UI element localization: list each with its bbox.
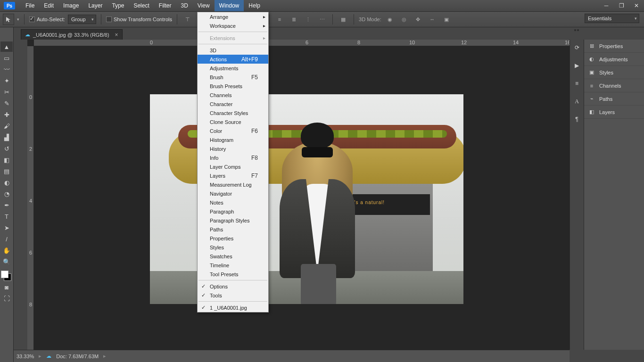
auto-align-icon[interactable]: ▦ — [338, 14, 349, 25]
3d-camera-icon[interactable]: ▣ — [441, 14, 452, 25]
dodge-tool[interactable]: ◔ — [0, 189, 13, 199]
panel-properties[interactable]: ⊞Properties — [584, 40, 644, 53]
3d-roll-icon[interactable]: ◎ — [398, 14, 410, 25]
menu-item-options[interactable]: Options — [198, 282, 268, 291]
marquee-tool[interactable]: ▭ — [0, 53, 13, 63]
distribute-3-icon[interactable]: ⋮ — [302, 14, 314, 25]
menu-item-character[interactable]: Character — [198, 99, 268, 108]
3d-slide-icon[interactable]: ↔ — [427, 14, 438, 25]
type-tool[interactable]: T — [0, 211, 13, 222]
character-panel-icon[interactable]: A — [572, 96, 582, 107]
menu-item-layer-comps[interactable]: Layer Comps — [198, 162, 268, 171]
status-arrow-icon[interactable]: ▸ — [103, 353, 106, 359]
maximize-button[interactable]: ❐ — [614, 0, 629, 11]
menu-item-timeline[interactable]: Timeline — [198, 261, 268, 270]
menu-item-measurement-log[interactable]: Measurement Log — [198, 180, 268, 189]
menu-3d[interactable]: 3D — [176, 0, 192, 11]
color-swatches[interactable] — [0, 271, 13, 282]
eraser-tool[interactable]: ◧ — [0, 155, 13, 165]
menu-item-clone-source[interactable]: Clone Source — [198, 117, 268, 126]
gradient-tool[interactable]: ▤ — [0, 166, 13, 176]
hand-tool[interactable]: ✋ — [0, 245, 13, 255]
history-panel-icon[interactable]: ⟳ — [572, 42, 582, 53]
menu-item-character-styles[interactable]: Character Styles — [198, 108, 268, 117]
panel-styles[interactable]: ▣Styles — [584, 66, 644, 79]
brush-tool[interactable]: 🖌 — [0, 121, 13, 131]
menu-item-arrange[interactable]: Arrange — [198, 12, 268, 21]
3d-orbit-icon[interactable]: ◉ — [384, 14, 396, 25]
menu-item-color[interactable]: ColorF6 — [198, 126, 268, 135]
menu-item-1-u6a0001-jpg[interactable]: 1 _U6A0001.jpg — [198, 303, 268, 312]
ruler-vertical[interactable]: 0246810 — [27, 46, 34, 350]
menu-item-channels[interactable]: Channels — [198, 90, 268, 99]
3d-pan-icon[interactable]: ✥ — [413, 14, 424, 25]
panel-channels[interactable]: ≡Channels — [584, 79, 644, 92]
actions-panel-icon[interactable]: ▶ — [572, 60, 582, 71]
current-tool-preset[interactable] — [3, 14, 14, 25]
line-tool[interactable]: / — [0, 234, 13, 244]
eyedropper-tool[interactable]: ✎ — [0, 98, 13, 108]
menu-layer[interactable]: Layer — [83, 0, 107, 11]
doc-size-readout[interactable]: Doc: 7.63M/7.63M — [56, 354, 99, 359]
paragraph-panel-icon[interactable]: ≡ — [572, 78, 582, 89]
menu-item-histogram[interactable]: Histogram — [198, 135, 268, 144]
menu-item-paragraph-styles[interactable]: Paragraph Styles — [198, 216, 268, 225]
menu-item-adjustments[interactable]: Adjustments — [198, 64, 268, 73]
menu-item-layers[interactable]: LayersF7 — [198, 171, 268, 180]
menu-item-paths[interactable]: Paths — [198, 225, 268, 234]
menu-window[interactable]: Window — [215, 0, 244, 11]
zoom-level[interactable]: 33.33% — [17, 354, 34, 359]
quick-mask-tool[interactable]: ◙ — [0, 282, 13, 292]
paragraph-styles-icon[interactable]: ¶ — [572, 114, 582, 124]
distribute-4-icon[interactable]: ⋯ — [316, 14, 328, 25]
menu-item-notes[interactable]: Notes — [198, 198, 268, 207]
auto-select-mode-dropdown[interactable]: Group — [68, 15, 96, 24]
menu-item-navigator[interactable]: Navigator — [198, 189, 268, 198]
magic-wand-tool[interactable]: ✦ — [0, 75, 13, 86]
menu-item-history[interactable]: History — [198, 144, 268, 153]
menu-item-actions[interactable]: ActionsAlt+F9 — [198, 55, 268, 64]
history-brush-tool[interactable]: ↺ — [0, 143, 13, 154]
crop-tool[interactable]: ✂ — [0, 87, 13, 97]
menu-item-paragraph[interactable]: Paragraph — [198, 207, 268, 216]
menu-item-brush[interactable]: BrushF5 — [198, 73, 268, 82]
distribute-2-icon[interactable]: ≣ — [288, 14, 299, 25]
menu-help[interactable]: Help — [244, 0, 265, 11]
align-top-icon[interactable]: ⊤ — [182, 14, 193, 25]
move-tool[interactable]: ▲ — [0, 41, 13, 52]
menu-image[interactable]: Image — [58, 0, 83, 11]
menu-select[interactable]: Select — [129, 0, 154, 11]
menu-item-properties[interactable]: Properties — [198, 234, 268, 243]
panel-layers[interactable]: ◧Layers — [584, 106, 644, 119]
menu-item-styles[interactable]: Styles — [198, 243, 268, 252]
menu-item-tool-presets[interactable]: Tool Presets — [198, 270, 268, 279]
close-button[interactable]: ✕ — [629, 0, 644, 11]
ruler-horizontal[interactable]: 024681012141618 — [34, 40, 570, 46]
minimize-button[interactable]: ─ — [599, 0, 614, 11]
menu-item-workspace[interactable]: Workspace — [198, 21, 268, 30]
menu-item-3d[interactable]: 3D — [198, 46, 268, 55]
status-arrow-icon[interactable]: ▸ — [39, 353, 41, 359]
auto-select-checkbox[interactable]: Auto-Select: — [29, 16, 65, 22]
screen-mode-tool[interactable]: ⛶ — [0, 293, 13, 304]
lasso-tool[interactable]: 〰 — [0, 64, 13, 74]
menu-type[interactable]: Type — [107, 0, 129, 11]
blur-tool[interactable]: ◐ — [0, 177, 13, 188]
menu-item-tools[interactable]: Tools — [198, 291, 268, 300]
pen-tool[interactable]: ✒ — [0, 200, 13, 210]
menu-filter[interactable]: Filter — [154, 0, 176, 11]
panel-adjustments[interactable]: ◐Adjustments — [584, 53, 644, 66]
menu-file[interactable]: File — [21, 0, 39, 11]
workspace-switcher[interactable]: Essentials — [585, 14, 639, 23]
show-transform-checkbox[interactable]: Show Transform Controls — [106, 16, 172, 22]
panel-paths[interactable]: ⌁Paths — [584, 92, 644, 106]
menu-view[interactable]: View — [193, 0, 215, 11]
zoom-tool[interactable]: 🔍 — [0, 256, 13, 267]
foreground-swatch[interactable] — [1, 271, 8, 278]
menu-edit[interactable]: Edit — [39, 0, 58, 11]
stamp-tool[interactable]: ▟ — [0, 132, 13, 142]
menu-item-swatches[interactable]: Swatches — [198, 252, 268, 261]
menu-item-brush-presets[interactable]: Brush Presets — [198, 82, 268, 90]
healing-tool[interactable]: ✚ — [0, 109, 13, 120]
distribute-1-icon[interactable]: ≡ — [274, 14, 285, 25]
